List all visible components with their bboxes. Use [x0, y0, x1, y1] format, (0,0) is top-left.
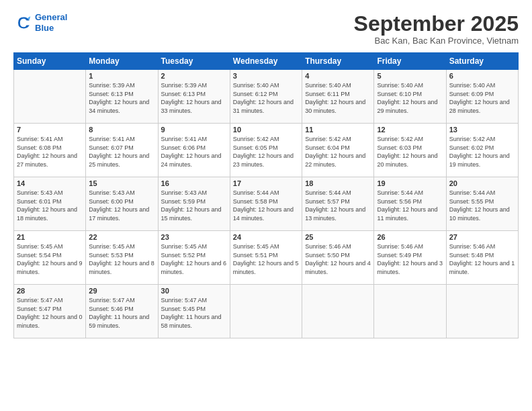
- day-cell: 12Sunrise: 5:42 AM Sunset: 6:03 PM Dayli…: [374, 124, 446, 177]
- day-info: Sunrise: 5:41 AM Sunset: 6:08 PM Dayligh…: [17, 135, 83, 169]
- day-cell: 26Sunrise: 5:46 AM Sunset: 5:49 PM Dayli…: [374, 231, 446, 285]
- day-cell: 22Sunrise: 5:45 AM Sunset: 5:53 PM Dayli…: [86, 231, 158, 285]
- day-number: 4: [305, 72, 371, 80]
- day-number: 23: [161, 233, 227, 241]
- col-monday: Monday: [86, 53, 158, 70]
- day-cell: 16Sunrise: 5:43 AM Sunset: 5:59 PM Dayli…: [158, 177, 230, 231]
- col-tuesday: Tuesday: [158, 53, 230, 70]
- day-info: Sunrise: 5:42 AM Sunset: 6:05 PM Dayligh…: [233, 135, 299, 169]
- day-cell: 4Sunrise: 5:40 AM Sunset: 6:11 PM Daylig…: [302, 70, 374, 124]
- week-row-1: 1Sunrise: 5:39 AM Sunset: 6:13 PM Daylig…: [14, 70, 519, 124]
- day-cell: 15Sunrise: 5:43 AM Sunset: 6:00 PM Dayli…: [86, 177, 158, 231]
- day-number: 8: [89, 126, 154, 134]
- day-number: 16: [161, 179, 227, 187]
- day-cell: [446, 285, 518, 338]
- day-cell: 1Sunrise: 5:39 AM Sunset: 6:13 PM Daylig…: [86, 70, 158, 124]
- week-row-5: 28Sunrise: 5:47 AM Sunset: 5:47 PM Dayli…: [14, 285, 519, 338]
- day-info: Sunrise: 5:42 AM Sunset: 6:04 PM Dayligh…: [305, 135, 371, 169]
- calendar-table: Sunday Monday Tuesday Wednesday Thursday…: [13, 52, 519, 338]
- day-cell: 25Sunrise: 5:46 AM Sunset: 5:50 PM Dayli…: [302, 231, 374, 285]
- day-cell: 9Sunrise: 5:41 AM Sunset: 6:06 PM Daylig…: [158, 124, 230, 177]
- day-cell: [374, 285, 446, 338]
- day-info: Sunrise: 5:43 AM Sunset: 6:01 PM Dayligh…: [17, 189, 83, 222]
- day-cell: 5Sunrise: 5:40 AM Sunset: 6:10 PM Daylig…: [374, 70, 446, 124]
- day-number: 25: [305, 233, 371, 241]
- day-info: Sunrise: 5:40 AM Sunset: 6:11 PM Dayligh…: [305, 81, 371, 115]
- day-info: Sunrise: 5:42 AM Sunset: 6:03 PM Dayligh…: [377, 135, 443, 169]
- day-cell: 10Sunrise: 5:42 AM Sunset: 6:05 PM Dayli…: [230, 124, 302, 177]
- day-info: Sunrise: 5:45 AM Sunset: 5:52 PM Dayligh…: [161, 242, 227, 276]
- day-number: 12: [377, 126, 443, 134]
- day-cell: 2Sunrise: 5:39 AM Sunset: 6:13 PM Daylig…: [158, 70, 230, 124]
- header: General Blue September 2025 Bac Kan, Bac…: [13, 12, 519, 46]
- day-info: Sunrise: 5:43 AM Sunset: 6:00 PM Dayligh…: [89, 189, 154, 222]
- day-cell: 19Sunrise: 5:44 AM Sunset: 5:56 PM Dayli…: [374, 177, 446, 231]
- day-info: Sunrise: 5:45 AM Sunset: 5:51 PM Dayligh…: [233, 242, 299, 276]
- day-number: 3: [233, 72, 299, 80]
- day-info: Sunrise: 5:40 AM Sunset: 6:12 PM Dayligh…: [233, 81, 299, 115]
- day-number: 29: [89, 287, 154, 295]
- day-info: Sunrise: 5:44 AM Sunset: 5:58 PM Dayligh…: [233, 189, 299, 222]
- day-cell: 23Sunrise: 5:45 AM Sunset: 5:52 PM Dayli…: [158, 231, 230, 285]
- day-info: Sunrise: 5:46 AM Sunset: 5:48 PM Dayligh…: [449, 242, 515, 276]
- week-row-2: 7Sunrise: 5:41 AM Sunset: 6:08 PM Daylig…: [14, 124, 519, 177]
- day-number: 28: [17, 287, 83, 295]
- day-number: 14: [17, 179, 83, 187]
- day-number: 10: [233, 126, 299, 134]
- week-row-3: 14Sunrise: 5:43 AM Sunset: 6:01 PM Dayli…: [14, 177, 519, 231]
- day-number: 27: [449, 233, 515, 241]
- day-number: 20: [449, 179, 515, 187]
- day-cell: [302, 285, 374, 338]
- day-cell: 28Sunrise: 5:47 AM Sunset: 5:47 PM Dayli…: [14, 285, 86, 338]
- col-saturday: Saturday: [446, 53, 518, 70]
- day-info: Sunrise: 5:39 AM Sunset: 6:13 PM Dayligh…: [161, 81, 227, 115]
- day-number: 1: [89, 72, 154, 80]
- logo-icon: [13, 13, 32, 32]
- col-sunday: Sunday: [14, 53, 86, 70]
- day-info: Sunrise: 5:44 AM Sunset: 5:57 PM Dayligh…: [305, 189, 371, 222]
- day-number: 24: [233, 233, 299, 241]
- col-friday: Friday: [374, 53, 446, 70]
- day-cell: 14Sunrise: 5:43 AM Sunset: 6:01 PM Dayli…: [14, 177, 86, 231]
- day-number: 5: [377, 72, 443, 80]
- day-info: Sunrise: 5:41 AM Sunset: 6:07 PM Dayligh…: [89, 135, 154, 169]
- day-number: 11: [305, 126, 371, 134]
- day-number: 30: [161, 287, 227, 295]
- day-info: Sunrise: 5:44 AM Sunset: 5:55 PM Dayligh…: [449, 189, 515, 222]
- day-info: Sunrise: 5:45 AM Sunset: 5:54 PM Dayligh…: [17, 242, 83, 276]
- day-cell: 20Sunrise: 5:44 AM Sunset: 5:55 PM Dayli…: [446, 177, 518, 231]
- day-number: 13: [449, 126, 515, 134]
- day-info: Sunrise: 5:47 AM Sunset: 5:46 PM Dayligh…: [89, 296, 154, 330]
- day-cell: 17Sunrise: 5:44 AM Sunset: 5:58 PM Dayli…: [230, 177, 302, 231]
- day-number: 6: [449, 72, 515, 80]
- day-info: Sunrise: 5:45 AM Sunset: 5:53 PM Dayligh…: [89, 242, 154, 276]
- col-thursday: Thursday: [302, 53, 374, 70]
- day-cell: 29Sunrise: 5:47 AM Sunset: 5:46 PM Dayli…: [86, 285, 158, 338]
- day-cell: [230, 285, 302, 338]
- day-info: Sunrise: 5:47 AM Sunset: 5:45 PM Dayligh…: [161, 296, 227, 330]
- day-cell: 13Sunrise: 5:42 AM Sunset: 6:02 PM Dayli…: [446, 124, 518, 177]
- day-cell: 6Sunrise: 5:40 AM Sunset: 6:09 PM Daylig…: [446, 70, 518, 124]
- day-number: 26: [377, 233, 443, 241]
- day-info: Sunrise: 5:43 AM Sunset: 5:59 PM Dayligh…: [161, 189, 227, 222]
- day-cell: 21Sunrise: 5:45 AM Sunset: 5:54 PM Dayli…: [14, 231, 86, 285]
- day-info: Sunrise: 5:41 AM Sunset: 6:06 PM Dayligh…: [161, 135, 227, 169]
- location: Bac Kan, Bac Kan Province, Vietnam: [354, 36, 519, 46]
- day-number: 22: [89, 233, 154, 241]
- logo-text: General Blue: [35, 12, 67, 33]
- day-number: 19: [377, 179, 443, 187]
- day-number: 17: [233, 179, 299, 187]
- logo: General Blue: [13, 12, 67, 33]
- day-cell: 3Sunrise: 5:40 AM Sunset: 6:12 PM Daylig…: [230, 70, 302, 124]
- day-number: 18: [305, 179, 371, 187]
- month-title: September 2025: [354, 12, 519, 36]
- day-cell: [14, 70, 86, 124]
- title-block: September 2025 Bac Kan, Bac Kan Province…: [354, 12, 519, 46]
- col-wednesday: Wednesday: [230, 53, 302, 70]
- day-info: Sunrise: 5:44 AM Sunset: 5:56 PM Dayligh…: [377, 189, 443, 222]
- day-number: 15: [89, 179, 154, 187]
- day-cell: 27Sunrise: 5:46 AM Sunset: 5:48 PM Dayli…: [446, 231, 518, 285]
- day-info: Sunrise: 5:40 AM Sunset: 6:09 PM Dayligh…: [449, 81, 515, 115]
- day-cell: 7Sunrise: 5:41 AM Sunset: 6:08 PM Daylig…: [14, 124, 86, 177]
- day-cell: 18Sunrise: 5:44 AM Sunset: 5:57 PM Dayli…: [302, 177, 374, 231]
